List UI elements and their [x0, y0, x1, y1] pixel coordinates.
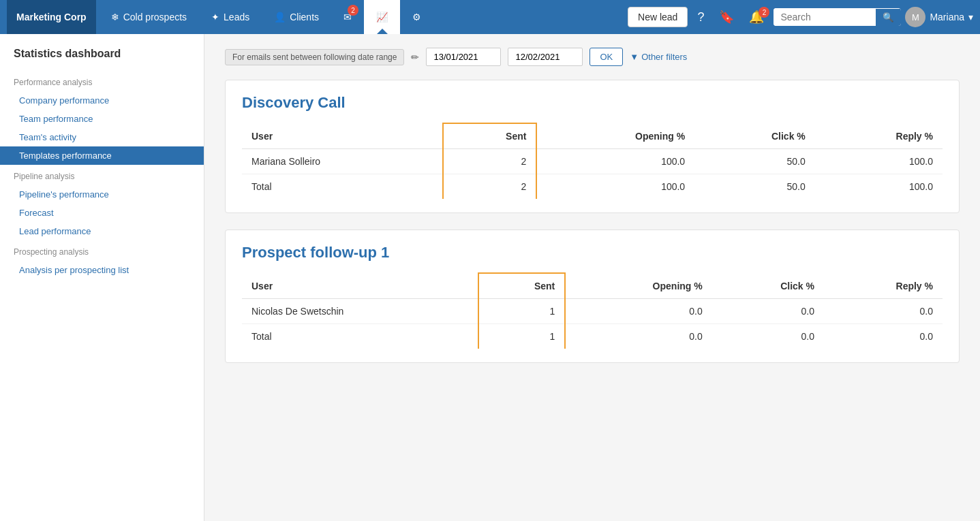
new-lead-button[interactable]: New lead: [628, 7, 688, 27]
leads-icon: ✦: [211, 12, 219, 22]
col-header-user-1: User: [242, 123, 443, 149]
cold-prospects-icon: ❄: [111, 12, 119, 22]
sidebar-section-prospecting: Prospecting analysis: [0, 240, 204, 261]
col-header-reply-2: Reply %: [824, 273, 943, 299]
prospect-followup-title: Prospect follow-up 1: [242, 244, 943, 262]
filter-date-range-label: For emails sent between following date r…: [225, 49, 404, 65]
chevron-down-icon: ▾: [968, 12, 973, 22]
discovery-call-title: Discovery Call: [242, 94, 943, 112]
cell-click: 0.0: [712, 324, 824, 349]
prospect-followup-section: Prospect follow-up 1 User Sent Opening %…: [225, 230, 960, 363]
notification-badge: 2: [759, 7, 769, 18]
filter-date-to[interactable]: [508, 48, 583, 66]
email-badge: 2: [348, 5, 358, 16]
nav-cold-prospects[interactable]: ❄ Cold prospects: [99, 0, 199, 34]
table-row: Mariana Solleiro 2 100.0 50.0 100.0: [242, 149, 943, 174]
cell-click: 50.0: [694, 149, 815, 174]
sidebar-item-forecast[interactable]: Forecast: [0, 204, 204, 222]
cell-sent: 1: [478, 299, 565, 324]
other-filters-button[interactable]: ▼ Other filters: [630, 52, 687, 62]
user-name: Mariana: [930, 12, 964, 22]
sidebar-section-pipeline: Pipeline analysis: [0, 165, 204, 185]
search-input[interactable]: [774, 8, 876, 26]
avatar: M: [905, 7, 925, 27]
table-row: Nicolas De Swetschin 1 0.0 0.0 0.0: [242, 299, 943, 324]
clients-icon: 👤: [274, 12, 286, 22]
sidebar-title: Statistics dashboard: [0, 48, 204, 71]
col-header-opening-2: Opening %: [565, 273, 712, 299]
cell-reply: 0.0: [824, 299, 943, 324]
filter-icon: ▼: [630, 52, 639, 62]
cell-reply: 100.0: [815, 174, 943, 200]
sidebar-section-performance: Performance analysis: [0, 71, 204, 91]
col-header-reply-1: Reply %: [815, 123, 943, 149]
brand-logo[interactable]: Marketing Corp: [7, 0, 96, 34]
search-icon: 🔍: [883, 12, 894, 22]
discovery-call-table: User Sent Opening % Click % Reply % Mari…: [242, 123, 943, 199]
search-button[interactable]: 🔍: [876, 9, 901, 26]
prospect-followup-table: User Sent Opening % Click % Reply % Nico…: [242, 272, 943, 349]
help-button[interactable]: ?: [692, 7, 709, 27]
cell-sent: 2: [443, 174, 536, 200]
col-header-sent-1: Sent: [443, 123, 536, 149]
nav-clients[interactable]: 👤 Clients: [262, 0, 331, 34]
col-header-user-2: User: [242, 273, 478, 299]
nav-settings[interactable]: ⚙: [400, 0, 433, 34]
nav-right-section: New lead ? 🔖 🔔 2 🔍 M Mariana ▾: [628, 7, 973, 27]
col-header-sent-2: Sent: [478, 273, 565, 299]
cell-reply: 100.0: [815, 149, 943, 174]
sidebar-item-templates-performance[interactable]: Templates performance: [0, 146, 204, 165]
cell-sent: 1: [478, 324, 565, 349]
sidebar: Statistics dashboard Performance analysi…: [0, 34, 204, 521]
gear-icon: ⚙: [412, 12, 421, 22]
ok-button[interactable]: OK: [589, 48, 623, 66]
stats-icon: 📈: [376, 12, 388, 22]
main-content: For emails sent between following date r…: [204, 34, 980, 521]
col-header-click-2: Click %: [712, 273, 824, 299]
nav-email[interactable]: ✉ 2: [331, 0, 364, 34]
col-header-click-1: Click %: [694, 123, 815, 149]
cell-user: Mariana Solleiro: [242, 149, 443, 174]
cell-user: Total: [242, 174, 443, 200]
user-menu[interactable]: M Mariana ▾: [905, 7, 973, 27]
cell-user: Nicolas De Swetschin: [242, 299, 478, 324]
top-navigation: Marketing Corp ❄ Cold prospects ✦ Leads …: [0, 0, 980, 34]
nav-stats[interactable]: 📈: [364, 0, 400, 34]
cell-opening: 0.0: [565, 324, 712, 349]
bookmark-button[interactable]: 🔖: [714, 7, 739, 27]
sidebar-item-analysis-per-prospecting-list[interactable]: Analysis per prospecting list: [0, 261, 204, 279]
table-row: Total 1 0.0 0.0 0.0: [242, 324, 943, 349]
cell-opening: 100.0: [536, 149, 694, 174]
question-icon: ?: [697, 10, 704, 25]
col-header-opening-1: Opening %: [536, 123, 694, 149]
sidebar-item-teams-activity[interactable]: Team's activity: [0, 128, 204, 146]
sidebar-item-team-performance[interactable]: Team performance: [0, 110, 204, 128]
search-box: 🔍: [774, 8, 901, 26]
cell-opening: 0.0: [565, 299, 712, 324]
main-layout: Statistics dashboard Performance analysi…: [0, 34, 980, 521]
bookmark-icon: 🔖: [719, 10, 734, 25]
cell-sent: 2: [443, 149, 536, 174]
sidebar-item-pipelines-performance[interactable]: Pipeline's performance: [0, 185, 204, 204]
discovery-call-section: Discovery Call User Sent Opening % Click…: [225, 80, 960, 213]
table-row: Total 2 100.0 50.0 100.0: [242, 174, 943, 200]
cell-click: 0.0: [712, 299, 824, 324]
cell-opening: 100.0: [536, 174, 694, 200]
sidebar-item-lead-performance[interactable]: Lead performance: [0, 222, 204, 240]
nav-leads[interactable]: ✦ Leads: [199, 0, 262, 34]
cell-user: Total: [242, 324, 478, 349]
cell-click: 50.0: [694, 174, 815, 200]
edit-icon[interactable]: ✏: [411, 52, 419, 63]
cell-reply: 0.0: [824, 324, 943, 349]
sidebar-item-company-performance[interactable]: Company performance: [0, 91, 204, 110]
notifications-button[interactable]: 🔔 2: [744, 7, 769, 27]
filter-date-from[interactable]: [426, 48, 501, 66]
filter-bar: For emails sent between following date r…: [225, 48, 960, 66]
